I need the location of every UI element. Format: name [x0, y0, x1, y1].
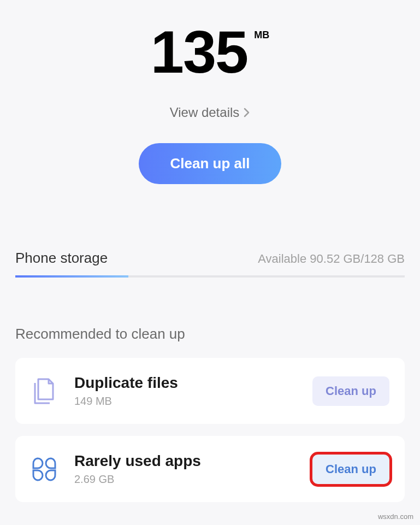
storage-available: Available 90.52 GB/128 GB	[258, 252, 405, 266]
card-subtitle: 2.69 GB	[74, 473, 312, 486]
watermark: wsxdn.com	[378, 512, 413, 521]
chevron-right-icon	[244, 108, 250, 117]
clean-up-button[interactable]: Clean up	[312, 376, 389, 406]
size-unit: MB	[254, 30, 269, 41]
card-content: Duplicate files 149 MB	[74, 374, 312, 408]
cleanable-size: 135 MB	[151, 22, 270, 82]
card-subtitle: 149 MB	[74, 395, 312, 408]
card-duplicate-files[interactable]: Duplicate files 149 MB Clean up	[15, 358, 405, 424]
duplicate-files-icon	[31, 377, 58, 405]
storage-section: Phone storage Available 90.52 GB/128 GB	[0, 250, 420, 278]
card-title: Rarely used apps	[74, 452, 312, 470]
view-details-label: View details	[170, 105, 240, 120]
storage-title: Phone storage	[15, 250, 108, 267]
header-area: 135 MB View details Clean up all	[0, 0, 420, 184]
recommended-title: Recommended to clean up	[15, 326, 405, 343]
card-content: Rarely used apps 2.69 GB	[74, 452, 312, 486]
card-rarely-used-apps[interactable]: Rarely used apps 2.69 GB Clean up	[15, 436, 405, 502]
clean-up-button[interactable]: Clean up	[312, 455, 389, 484]
clean-up-all-button[interactable]: Clean up all	[139, 143, 282, 184]
view-details-link[interactable]: View details	[170, 105, 251, 120]
rarely-used-apps-icon	[31, 456, 58, 483]
storage-header: Phone storage Available 90.52 GB/128 GB	[15, 250, 405, 267]
size-value: 135	[151, 22, 248, 82]
card-title: Duplicate files	[74, 374, 312, 392]
recommended-section: Recommended to clean up Duplicate files …	[0, 326, 420, 502]
storage-bar-fill	[15, 275, 128, 278]
storage-bar	[15, 275, 405, 278]
